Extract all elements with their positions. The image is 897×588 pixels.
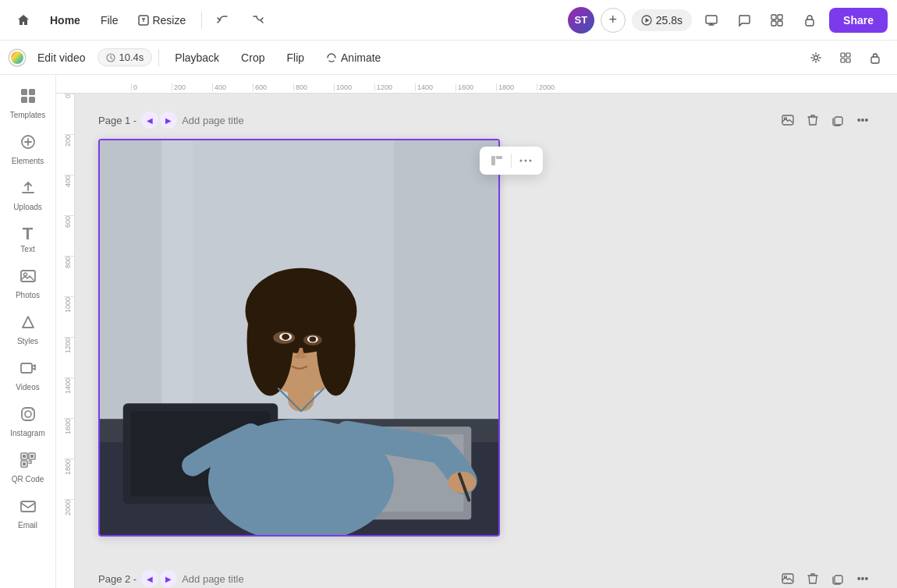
sidebar: Templates Elements Uploads T Text Photos (0, 75, 56, 588)
email-label: Email (18, 521, 37, 530)
popup-dots-btn[interactable] (515, 150, 537, 172)
page-2-nav-prev[interactable]: ◀ (141, 570, 158, 587)
svg-rect-6 (771, 21, 776, 26)
page-1-title-input[interactable] (182, 115, 313, 126)
ruler-mark-1800: 1800 (496, 83, 537, 91)
ruler-mark-1400: 1400 (415, 83, 456, 91)
svg-point-26 (31, 409, 33, 411)
instagram-label: Instagram (10, 429, 44, 437)
page-1-canvas[interactable]: ↻ (98, 139, 500, 537)
vmark-1000: 1000 (64, 296, 74, 337)
svg-rect-69 (835, 576, 842, 583)
ruler-mark-600: 600 (253, 83, 293, 91)
page-1-num: Page 1 - (98, 115, 136, 126)
settings-icon-button[interactable] (803, 45, 828, 70)
plus-icon: + (609, 12, 618, 28)
edit-video-button[interactable]: Edit video (28, 48, 94, 68)
add-collaborator-button[interactable]: + (601, 8, 626, 33)
resize-button[interactable]: Resize (130, 9, 193, 31)
toolbar-lock-button[interactable] (863, 45, 888, 70)
text-icon: T (23, 225, 33, 243)
sidebar-item-templates[interactable]: Templates (4, 81, 52, 126)
svg-rect-31 (30, 455, 34, 458)
page-2-duplicate-btn[interactable] (827, 568, 849, 588)
duration-badge: 10.4s (98, 48, 152, 66)
page-2-thumbnail-btn[interactable] (777, 568, 799, 588)
grid-icon-button[interactable] (833, 45, 858, 70)
page-1-more-btn[interactable]: ••• (852, 109, 874, 131)
svg-point-39 (519, 160, 522, 162)
svg-point-10 (814, 55, 818, 59)
page-1-nav-arrows: ◀ ▶ (141, 112, 177, 129)
text-label: Text (20, 245, 34, 253)
ruler-mark-200: 200 (172, 83, 212, 91)
photos-label: Photos (16, 291, 40, 299)
instagram-icon (20, 406, 37, 427)
svg-point-22 (23, 273, 27, 276)
page-1-wrapper: Page 1 - ◀ ▶ (98, 109, 874, 537)
animate-button[interactable]: Animate (317, 48, 390, 68)
svg-rect-11 (841, 53, 845, 57)
play-button[interactable] (100, 535, 142, 537)
page-1-nav-next[interactable]: ▶ (160, 112, 177, 129)
top-bar-right: ST + 25.8s Share (568, 7, 888, 34)
uploads-icon (20, 179, 37, 200)
sidebar-item-styles[interactable]: Styles (4, 307, 52, 352)
ruler-canvas-row: 0 200 400 600 800 1000 1200 1400 1600 18… (56, 94, 897, 588)
svg-rect-32 (23, 462, 26, 466)
ruler-left: 0 200 400 600 800 1000 1200 1400 1600 18… (56, 94, 75, 588)
svg-rect-5 (778, 15, 782, 19)
page-2-nav-next[interactable]: ▶ (160, 570, 177, 587)
flip-button[interactable]: Flip (277, 48, 314, 68)
present-icon-button[interactable] (698, 7, 725, 34)
ruler-mark-800: 800 (293, 83, 334, 91)
page-2-nav-arrows: ◀ ▶ (141, 570, 177, 587)
svg-rect-15 (871, 57, 879, 63)
vmark-800: 800 (64, 256, 74, 296)
duration-label: 10.4s (119, 51, 144, 63)
page-1-delete-btn[interactable] (802, 109, 824, 131)
page-2-wrapper: Page 2 - ◀ ▶ (98, 568, 874, 588)
page-2-more-btn[interactable]: ••• (852, 568, 874, 588)
grid-view-button[interactable] (764, 7, 790, 34)
sidebar-item-videos[interactable]: Videos (4, 353, 52, 398)
redo-button[interactable] (243, 6, 271, 34)
sidebar-item-email[interactable]: Email (4, 491, 52, 536)
playback-button[interactable]: Playback (165, 48, 229, 68)
page-1-nav-prev[interactable]: ◀ (141, 112, 158, 129)
comment-icon-button[interactable] (731, 7, 757, 34)
lock-button[interactable] (796, 7, 823, 34)
page-1-duplicate-btn[interactable] (827, 109, 849, 131)
svg-rect-38 (496, 156, 502, 159)
styles-icon (20, 313, 37, 335)
home-label-button[interactable]: Home (42, 9, 88, 31)
home-button[interactable] (9, 6, 37, 34)
svg-rect-8 (806, 19, 814, 26)
sidebar-item-elements[interactable]: Elements (4, 127, 52, 172)
color-swatch[interactable] (9, 50, 25, 66)
popup-bar-btn[interactable] (486, 150, 508, 172)
elements-icon (20, 133, 37, 154)
ruler-mark-2000: 2000 (537, 83, 577, 91)
page-2-title-input[interactable] (182, 573, 313, 585)
crop-button[interactable]: Crop (232, 48, 274, 68)
sidebar-item-uploads[interactable]: Uploads (4, 173, 52, 218)
page-2-num: Page 2 - (98, 573, 136, 585)
timer-label: 25.8s (656, 14, 682, 27)
svg-rect-58 (247, 295, 356, 318)
sidebar-item-photos[interactable]: Photos (4, 261, 52, 306)
undo-button[interactable] (210, 6, 238, 34)
file-button[interactable]: File (93, 9, 126, 31)
sidebar-item-instagram[interactable]: Instagram (4, 399, 52, 444)
toolbar-right (803, 45, 888, 70)
page-1-thumbnail-btn[interactable] (777, 109, 799, 131)
page-2-delete-btn[interactable] (802, 568, 824, 588)
playback-label: Playback (175, 51, 219, 64)
ruler-mark-1000: 1000 (334, 83, 374, 91)
sidebar-item-qrcode[interactable]: QR Code (4, 445, 52, 490)
share-button[interactable]: Share (829, 8, 888, 33)
timer-button[interactable]: 25.8s (632, 9, 692, 31)
avatar[interactable]: ST (568, 7, 594, 34)
svg-point-25 (25, 411, 31, 417)
sidebar-item-text[interactable]: T Text (4, 219, 52, 260)
